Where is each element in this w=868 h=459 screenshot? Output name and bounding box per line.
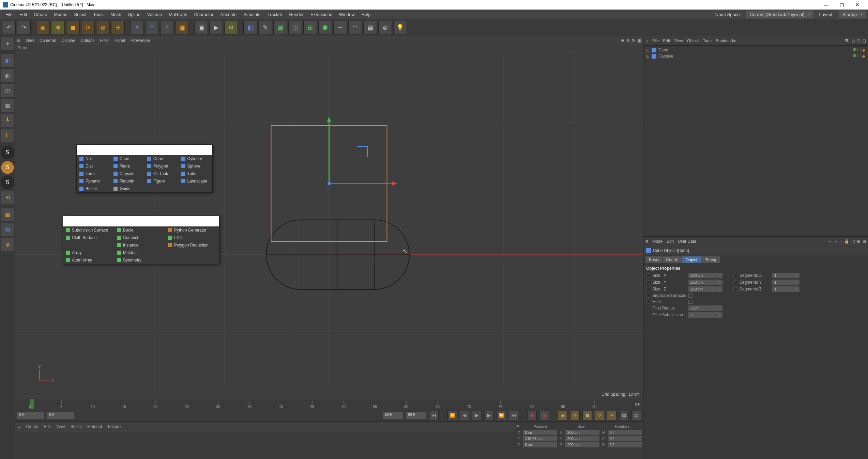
pen-tool-button[interactable]: ✎ xyxy=(258,21,272,34)
prop-radio[interactable] xyxy=(646,280,650,284)
popup-item[interactable]: Polygon Reduction xyxy=(165,241,216,249)
menu-mesh[interactable]: Mesh xyxy=(107,11,125,18)
hamburger-icon[interactable]: ≡ xyxy=(18,424,20,429)
rot-input[interactable]: 0 ° xyxy=(608,442,642,447)
size-input[interactable]: 200 cm xyxy=(565,436,599,441)
filter-icon[interactable]: ◇ xyxy=(852,38,855,43)
popup-item[interactable]: Guide xyxy=(111,185,145,192)
prop-input[interactable]: 200 cm xyxy=(688,273,722,278)
camera-button[interactable]: ▤ xyxy=(363,21,377,34)
make-editable-button[interactable]: ✦ xyxy=(1,37,14,50)
popup-item[interactable]: Connect xyxy=(114,234,165,241)
move-tool-button[interactable]: ✥ xyxy=(51,21,65,34)
popup-item[interactable]: Polygon xyxy=(144,162,179,170)
prop-input[interactable]: 1 xyxy=(772,273,800,278)
pos-input[interactable]: 0 cm xyxy=(523,442,557,447)
frame-start-a[interactable]: 0 F xyxy=(17,412,44,419)
objmenu-view[interactable]: View xyxy=(674,38,683,43)
vp-pan-icon[interactable]: ✥ xyxy=(621,38,624,43)
timeline[interactable]: 051015202530354045505560657075808590 0 F xyxy=(15,399,643,409)
prev-frame-button[interactable]: ◀ xyxy=(460,411,469,420)
popup-item[interactable]: Platonic xyxy=(111,177,145,185)
recent-tool-button[interactable]: ⊕ xyxy=(96,21,110,34)
vp-menu-panel[interactable]: Panel xyxy=(115,38,125,43)
menu-select[interactable]: Select xyxy=(71,11,90,18)
place-tool-button[interactable]: ✛ xyxy=(111,21,125,34)
snap-button[interactable]: ▦ xyxy=(1,208,14,221)
vp-zoom-icon[interactable]: ⊕ xyxy=(626,38,630,43)
status-select[interactable]: Select xyxy=(71,424,82,429)
menu-character[interactable]: Character xyxy=(191,11,217,18)
fwd-icon[interactable]: → xyxy=(834,239,838,244)
generator-button[interactable]: ◫ xyxy=(288,21,302,34)
deformer-button[interactable]: ◠ xyxy=(348,21,362,34)
prop-radio[interactable] xyxy=(646,300,650,304)
rot-input[interactable]: 0 ° xyxy=(608,436,642,441)
pos-input[interactable]: 0 cm xyxy=(523,430,557,435)
menu-window[interactable]: Window xyxy=(336,11,358,18)
vp-toggle-icon[interactable]: ▦ xyxy=(637,38,641,43)
point-mode-button[interactable]: L xyxy=(1,129,14,142)
tree-item[interactable]: ⊟Cube◆ xyxy=(645,47,867,53)
popup-item[interactable]: Torus xyxy=(77,170,111,177)
object-mode-button[interactable]: ▦ xyxy=(1,99,14,112)
record-button[interactable]: ⏺ xyxy=(527,411,537,420)
close-icon[interactable]: ⊟ xyxy=(863,239,866,244)
close-button[interactable]: ✕ xyxy=(850,2,865,7)
s1-button[interactable]: S xyxy=(1,146,14,159)
popup-item[interactable]: Pyramid xyxy=(77,177,111,185)
prop-input[interactable]: 200 cm xyxy=(688,286,722,292)
prop-radio[interactable] xyxy=(733,280,737,284)
status-material[interactable]: Material xyxy=(87,424,102,429)
menu-simulate[interactable]: Simulate xyxy=(240,11,264,18)
popup-item[interactable]: Capsule xyxy=(111,170,145,177)
prev-key-button[interactable]: ⏪ xyxy=(447,411,457,420)
workplane-button[interactable]: ▨ xyxy=(1,223,14,236)
s3-button[interactable]: S xyxy=(1,176,14,189)
subd-button[interactable]: ▦ xyxy=(273,21,287,34)
popup-item[interactable]: Null xyxy=(77,155,111,162)
tab-object[interactable]: Object xyxy=(682,256,701,263)
tab-basic[interactable]: Basic xyxy=(645,256,662,263)
popup-item[interactable]: Boole xyxy=(114,226,165,234)
objmenu-tags[interactable]: Tags xyxy=(703,38,712,43)
rotate-tool-button[interactable]: ⟳ xyxy=(81,21,95,34)
cloner-button[interactable]: ⊞ xyxy=(303,21,317,34)
frame-end-a[interactable]: 90 F xyxy=(383,412,403,419)
vp-menu-view[interactable]: View xyxy=(25,38,34,43)
menu-mograph[interactable]: MoGraph xyxy=(165,11,191,18)
popup-item[interactable]: Bezier xyxy=(77,185,111,192)
status-view[interactable]: View xyxy=(56,424,65,429)
popup-item[interactable] xyxy=(63,241,114,249)
soft-select-button[interactable]: ⊚ xyxy=(1,238,14,251)
play-button[interactable]: ▶ xyxy=(472,411,482,420)
viewport-canvas[interactable]: X Y ↖ NullCubeConeCylinderDiscPlanePolyg… xyxy=(15,52,643,399)
back-icon[interactable]: ← xyxy=(828,239,832,244)
menu-create[interactable]: Create xyxy=(30,11,50,18)
prop-input[interactable]: 1 xyxy=(772,280,800,285)
maximize-button[interactable]: ▢ xyxy=(834,2,850,7)
attrmenu-edit[interactable]: Edit xyxy=(667,239,674,244)
z-axis-lock[interactable]: Z xyxy=(160,21,174,34)
s2-button[interactable]: S xyxy=(1,161,14,174)
object-tree[interactable]: ⊟Cube◆⊟Capsule◆ xyxy=(643,46,868,236)
key-rot-button[interactable]: ⟳ xyxy=(595,411,604,420)
vp-hamburger-icon[interactable]: ≡ xyxy=(17,38,20,43)
key-param-button[interactable]: P xyxy=(607,411,616,420)
popup-item[interactable]: Sphere xyxy=(179,162,213,170)
model-mode-button[interactable]: ◧ xyxy=(1,54,14,67)
status-edit[interactable]: Edit xyxy=(44,424,51,429)
frame-end-b[interactable]: 90 F xyxy=(406,412,426,419)
status-create[interactable]: Create xyxy=(26,424,38,429)
axis-mode-button[interactable]: ┗ xyxy=(1,114,14,127)
tree-item[interactable]: ⊟Capsule◆ xyxy=(645,53,867,59)
hamburger-icon[interactable]: ≡ xyxy=(645,38,648,44)
live-select-button[interactable]: ◉ xyxy=(36,21,50,34)
menu-tools[interactable]: Tools xyxy=(90,11,107,18)
key-anim-button[interactable]: ▤ xyxy=(631,411,641,420)
objmenu-bookmarks[interactable]: Bookmarks xyxy=(716,38,736,43)
hamburger-icon[interactable]: ≡ xyxy=(645,239,648,244)
menu-tracker[interactable]: Tracker xyxy=(264,11,286,18)
pos-input[interactable]: 116.87 cm xyxy=(523,436,557,441)
menu-animate[interactable]: Animate xyxy=(217,11,240,18)
